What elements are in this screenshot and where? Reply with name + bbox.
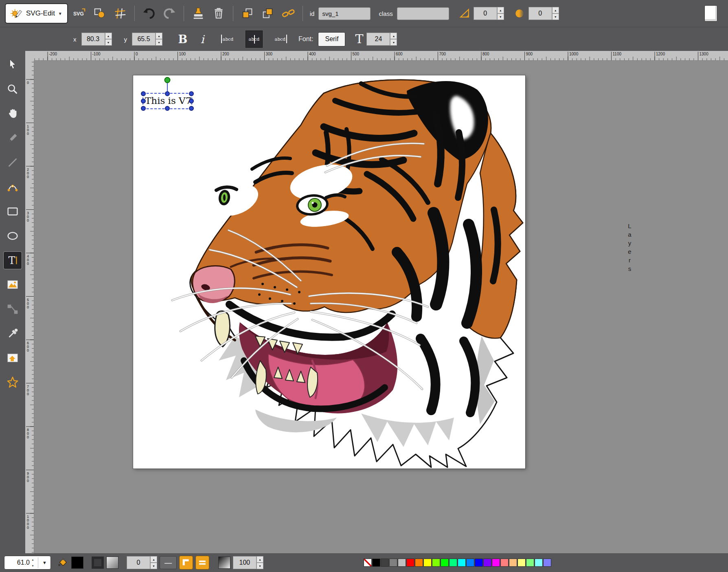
text-anchor-middle-button[interactable]: abcd [246,31,263,48]
redo-button[interactable] [160,4,178,22]
shape-library-tool[interactable] [3,349,22,367]
delete-button[interactable] [210,4,228,22]
palette-swatch[interactable] [466,559,474,567]
background-color-swatch[interactable] [704,5,717,22]
wireframe-button[interactable] [91,4,109,22]
bold-button[interactable]: B [175,31,191,47]
stroke-gradient-swatch[interactable] [106,557,118,569]
fill-color-swatch[interactable] [71,557,83,569]
path-tool[interactable] [3,178,22,196]
blur-spin-up[interactable]: ▲ [552,7,559,13]
y-input[interactable] [132,33,156,46]
angle-spin-up[interactable]: ▲ [497,7,504,13]
clone-button[interactable] [189,4,207,22]
stroke-linejoin-button[interactable] [179,556,193,570]
font-size-spin-down[interactable]: ▼ [390,39,397,46]
text-anchor-start-button[interactable]: abcd [219,31,237,48]
palette-swatch[interactable] [398,559,406,567]
palette-swatch[interactable] [517,559,526,567]
palette-swatch[interactable] [458,559,466,567]
palette-swatch-none[interactable] [364,559,372,567]
stroke-width-input[interactable] [127,556,150,569]
zoom-tool[interactable] [3,80,22,98]
element-class-input[interactable] [397,7,449,20]
palette-swatch[interactable] [381,559,389,567]
x-input[interactable] [81,33,105,46]
stroke-color-swatch[interactable] [92,557,104,569]
palette-swatch[interactable] [415,559,423,567]
palette-swatch[interactable] [526,559,534,567]
blur-spin-down[interactable]: ▼ [552,13,559,20]
palette-swatch[interactable] [423,559,432,567]
selection-handle-se[interactable] [189,106,194,111]
layers-panel-tab[interactable]: Layers [626,222,633,274]
rect-tool[interactable] [3,202,22,220]
selected-text-element[interactable]: This is V7 [145,95,191,106]
x-spin-down[interactable]: ▼ [105,39,112,46]
x-spin-up[interactable]: ▲ [105,33,112,39]
palette-swatch[interactable] [543,559,551,567]
opacity-spin-up[interactable]: ▲ [257,556,263,563]
selection-handle-n[interactable] [165,91,170,96]
undo-button[interactable] [140,4,158,22]
element-id-input[interactable] [318,7,371,20]
palette-swatch[interactable] [432,559,440,567]
palette-swatch[interactable] [483,559,491,567]
palette-swatch[interactable] [449,559,457,567]
zoom-input[interactable] [6,559,30,566]
star-tool[interactable] [3,374,22,392]
angle-input[interactable] [474,7,497,20]
palette-swatch[interactable] [509,559,517,567]
selection-box[interactable]: This is V7 [143,93,192,109]
canvas-artwork-tiger[interactable] [133,75,525,469]
zoom-spin-down[interactable]: ▼ [30,563,36,569]
blur-input[interactable] [528,7,552,20]
stroke-width-spin-down[interactable]: ▼ [150,563,157,569]
opacity-gradient-swatch[interactable] [218,557,230,569]
palette-swatch[interactable] [475,559,483,567]
pencil-tool[interactable] [3,129,22,147]
stroke-width-spin-up[interactable]: ▲ [150,556,157,563]
palette-swatch[interactable] [389,559,397,567]
line-tool[interactable] [3,154,22,172]
main-menu-button[interactable]: SVG-Edit ▼ [5,3,68,24]
move-to-bottom-button[interactable] [239,4,257,22]
eyedropper-tool[interactable] [3,325,22,343]
selection-handle-e[interactable] [189,99,194,103]
ellipse-tool[interactable] [3,227,22,245]
work-area[interactable]: This is V7 [34,61,728,553]
select-tool[interactable] [3,56,22,74]
palette-swatch[interactable] [535,559,543,567]
italic-button[interactable]: i [194,31,211,47]
angle-spin-down[interactable]: ▼ [497,13,504,20]
text-anchor-end-button[interactable]: abcd [272,31,289,48]
opacity-spin-down[interactable]: ▼ [257,563,263,569]
image-tool[interactable] [3,276,22,294]
palette-swatch[interactable] [500,559,509,567]
svg-canvas[interactable]: This is V7 [133,75,525,469]
selection-handle-s[interactable] [165,106,170,111]
font-family-button[interactable]: Serif [318,32,345,46]
opacity-input[interactable] [233,556,257,569]
move-to-top-button[interactable] [259,4,277,22]
pan-tool[interactable] [3,105,22,123]
stroke-linecap-button[interactable] [195,556,209,570]
selection-handle-w[interactable] [141,99,146,103]
grid-button[interactable] [111,4,129,22]
palette-swatch[interactable] [441,559,449,567]
rotation-handle[interactable] [164,77,171,83]
selection-handle-nw[interactable] [141,91,146,96]
selection-handle-sw[interactable] [141,106,146,111]
palette-swatch[interactable] [492,559,500,567]
text-tool[interactable]: T [3,251,22,269]
font-size-spin-up[interactable]: ▲ [390,33,397,39]
stroke-dash-button[interactable]: — [160,556,177,569]
palette-swatch[interactable] [406,559,414,567]
y-spin-up[interactable]: ▲ [156,33,162,39]
selection-handle-ne[interactable] [189,91,194,96]
palette-swatch[interactable] [372,559,380,567]
y-spin-down[interactable]: ▼ [156,39,162,46]
source-editor-button[interactable]: SVG [70,4,88,22]
zoom-spin-up[interactable]: ▲ [30,557,36,563]
connector-tool[interactable] [3,300,22,318]
